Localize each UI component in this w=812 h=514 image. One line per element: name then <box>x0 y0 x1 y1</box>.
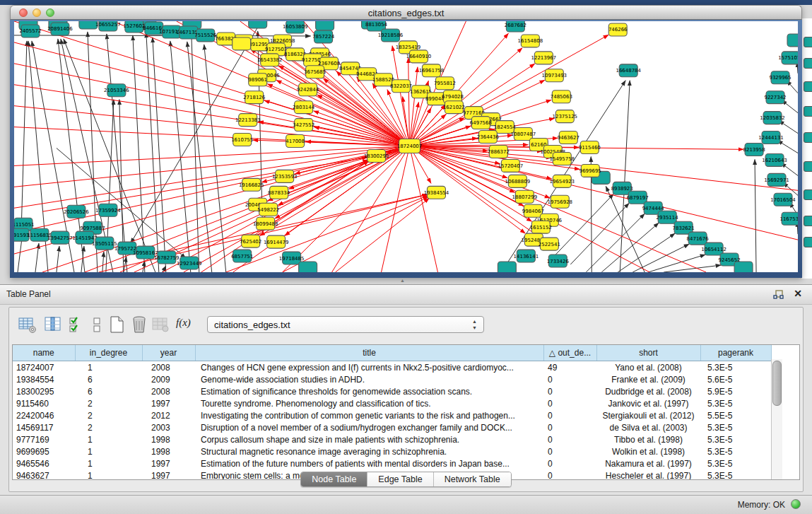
graph-node[interactable]: 19166825 <box>239 178 264 191</box>
graph-node[interactable]: 8322037 <box>390 80 412 93</box>
graph-node[interactable]: 12444131 <box>758 132 784 144</box>
graph-node[interactable]: 16648784 <box>616 64 641 77</box>
tab-edge-table[interactable]: Edge Table <box>367 472 433 486</box>
table-scrollbar[interactable] <box>771 359 782 479</box>
graph-node[interactable]: 19218586 <box>378 29 404 42</box>
graph-node[interactable]: 417008 <box>286 135 305 148</box>
graph-node[interactable]: 9242844 <box>297 83 319 96</box>
column-header-name[interactable]: name <box>13 345 75 361</box>
graph-node[interactable]: 15720407 <box>498 159 524 172</box>
table-row[interactable]: 2242004622012Investigating the contribut… <box>13 409 771 421</box>
graph-node[interactable]: 1167533 <box>779 212 798 225</box>
graph-node[interactable]: 746266 <box>608 23 628 36</box>
graph-node[interactable]: 20891406 <box>47 23 73 35</box>
tab-node-table[interactable]: Node Table <box>301 472 367 486</box>
column-header-out_de[interactable]: △ out_de... <box>543 345 596 361</box>
table-row[interactable]: 1938455462009Genome-wide association stu… <box>13 373 771 385</box>
graph-node[interactable]: 1615152 <box>530 221 552 233</box>
graph-node[interactable]: 12213383 <box>235 114 261 127</box>
panel-divider-handle[interactable]: ▲ <box>400 278 405 283</box>
tab-network-table[interactable]: Network Table <box>434 472 511 486</box>
graph-node[interactable]: 18300295 <box>364 149 389 162</box>
graph-node[interactable] <box>316 21 334 30</box>
window-titlebar[interactable]: citations_edges.txt <box>10 5 802 20</box>
graph-node[interactable]: 7857224 <box>312 30 335 43</box>
graph-node[interactable]: 15495758 <box>550 152 575 165</box>
graph-node[interactable]: 19756928 <box>548 195 573 208</box>
column-header-title[interactable]: title <box>195 345 543 361</box>
table-row[interactable]: 969969511998Structural magnetic resonanc… <box>13 445 771 457</box>
graph-node[interactable]: 8213958 <box>743 144 765 156</box>
graph-node[interactable] <box>299 262 317 272</box>
graph-node[interactable]: 2522541 <box>539 238 560 250</box>
show-column-button[interactable] <box>43 315 63 334</box>
graph-node[interactable]: 7515526 <box>194 29 216 42</box>
graph-node[interactable]: 7485063 <box>551 90 572 103</box>
graph-node[interactable]: 2364436 <box>477 131 499 144</box>
close-panel-icon[interactable]: ✕ <box>794 288 802 299</box>
graph-node[interactable]: 1610755 <box>231 134 253 146</box>
column-header-in_degree[interactable]: in_degree <box>75 345 142 361</box>
table-row[interactable]: 1456911722003Disruption of a novel membe… <box>13 421 771 433</box>
graph-node[interactable]: 9329965 <box>769 71 791 84</box>
function-builder-button[interactable]: f(x) <box>176 317 196 337</box>
network-canvas[interactable]: 2405572208914061065525715276028466160107… <box>14 21 798 272</box>
graph-node[interactable]: 8878334 <box>268 186 290 199</box>
graph-node[interactable]: 13942757 <box>47 231 73 244</box>
graph-node[interactable]: 5498222 <box>257 203 279 216</box>
graph-node[interactable]: 15751074 <box>778 52 798 64</box>
graph-node[interactable] <box>233 37 251 50</box>
graph-node[interactable]: 13505115 <box>92 237 117 250</box>
select-all-button[interactable] <box>67 315 87 334</box>
graph-node[interactable]: 19654923 <box>550 175 575 187</box>
graph-node[interactable] <box>734 262 753 272</box>
column-header-short[interactable]: short <box>596 345 700 361</box>
graph-node[interactable]: 3675685 <box>304 66 326 78</box>
graph-node[interactable]: 6857751 <box>231 250 253 262</box>
graph-node[interactable]: 17016504 <box>770 193 796 206</box>
graph-node[interactable]: 16961758 <box>419 64 445 77</box>
graph-node[interactable]: 18807299 <box>512 190 538 203</box>
graph-node[interactable]: 12213967 <box>531 52 557 64</box>
graph-node[interactable]: 10973493 <box>542 69 567 82</box>
graph-node[interactable]: 16154808 <box>518 35 543 47</box>
graph-node[interactable]: 12923449 <box>177 257 202 269</box>
table-row[interactable]: 1872400712008Changes of HCN gene express… <box>13 361 771 374</box>
graph-node[interactable]: 20206526 <box>64 205 89 218</box>
graph-node[interactable]: 989061 <box>248 74 267 86</box>
table-scrollbar-thumb[interactable] <box>772 361 782 406</box>
graph-node[interactable]: 16782759 <box>154 251 180 264</box>
graph-node[interactable]: 15692971 <box>764 173 789 186</box>
graph-node[interactable]: 7886372 <box>488 146 510 158</box>
graph-node[interactable]: 19384554 <box>424 186 449 199</box>
graph-node[interactable]: 2687682 <box>505 21 526 32</box>
graph-node[interactable]: 10688809 <box>505 175 531 187</box>
graph-node[interactable]: 9463627 <box>558 132 579 144</box>
table-select-dropdown[interactable]: citations_edges.txt ▲▼ <box>207 316 484 333</box>
graph-node[interactable]: 21053346 <box>104 84 129 97</box>
graph-node[interactable] <box>498 262 516 272</box>
table-row[interactable]: 977716911998Corpus callosum shape and si… <box>13 433 771 445</box>
graph-node[interactable] <box>787 34 798 47</box>
graph-node[interactable]: 17359924 <box>95 204 121 216</box>
graph-node[interactable]: 12035832 <box>760 112 785 124</box>
graph-node[interactable]: 16640910 <box>406 50 432 63</box>
graph-node[interactable]: 2405572 <box>19 25 41 37</box>
graph-node[interactable]: 7625402 <box>240 235 261 247</box>
table-mode-button[interactable] <box>18 315 37 334</box>
graph-node[interactable] <box>79 21 98 29</box>
network-graph[interactable]: 2405572208914061065525715276028466160107… <box>14 21 798 272</box>
graph-node[interactable]: 12375125 <box>553 110 578 123</box>
column-header-year[interactable]: year <box>142 345 195 361</box>
float-panel-icon[interactable] <box>773 289 784 300</box>
table-row[interactable]: 946554611997Estimation of the future num… <box>13 457 771 469</box>
graph-node[interactable]: 16053809 <box>283 21 308 33</box>
graph-node[interactable]: 18724007 <box>397 139 423 153</box>
graph-node[interactable]: 9227342 <box>764 91 786 104</box>
graph-node[interactable]: 2803144 <box>293 101 315 114</box>
column-header-pagerank[interactable]: pagerank <box>700 345 771 361</box>
graph-node[interactable]: 1621022 <box>443 101 465 114</box>
graph-node[interactable]: 12353593 <box>272 170 298 182</box>
delete-table-button[interactable] <box>151 315 170 334</box>
graph-node[interactable]: 6497568 <box>470 117 492 129</box>
